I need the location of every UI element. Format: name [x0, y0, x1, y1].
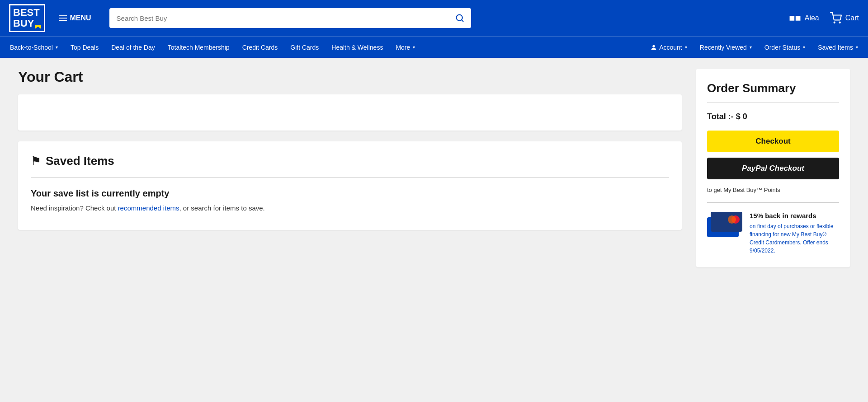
- chevron-down-icon-account: ▾: [685, 45, 687, 50]
- nav-label-order-status: Order Status: [764, 44, 800, 51]
- logo-tag: [35, 25, 41, 29]
- nav-item-deal-of-the-day[interactable]: Deal of the Day: [105, 37, 161, 58]
- nav-separator: [421, 37, 644, 58]
- svg-point-4: [653, 45, 655, 47]
- recommended-items-link[interactable]: recommended items: [118, 204, 179, 212]
- logo-box: BESTBUY: [9, 4, 45, 32]
- credit-card-promo: 15% back in rewards on first day of purc…: [707, 212, 839, 255]
- search-input[interactable]: [109, 8, 471, 28]
- bookmark-icon: ⚑: [31, 154, 41, 168]
- cart-title: Your Cart: [18, 69, 682, 85]
- search-icon: [455, 14, 464, 23]
- order-summary-divider2: [707, 202, 839, 203]
- header: BESTBUY MENU ■■ Aiea Cart: [0, 0, 868, 36]
- cart-label: Cart: [845, 14, 859, 22]
- empty-save-text-before: Need inspiration? Check out: [31, 204, 118, 212]
- nav-item-more[interactable]: More ▾: [389, 37, 421, 58]
- search-container: [109, 8, 471, 28]
- header-right: ■■ Aiea Cart: [789, 12, 859, 24]
- promo-headline: 15% back in rewards: [750, 212, 839, 220]
- main-container: Your Cart ⚑ Saved Items Your save list i…: [0, 58, 868, 402]
- store-icon: ■■: [789, 12, 801, 24]
- order-summary: Order Summary Total :- $ 0 Checkout PayP…: [696, 69, 850, 267]
- nav-item-totaltech[interactable]: Totaltech Membership: [161, 37, 236, 58]
- chevron-down-icon-order-status: ▾: [803, 45, 805, 50]
- cart-empty-box: [18, 94, 682, 131]
- chevron-down-icon-recently-viewed: ▾: [750, 45, 752, 50]
- points-text: to get My Best Buy™ Points: [707, 187, 839, 193]
- nav-label-back-to-school: Back-to-School: [10, 44, 53, 51]
- nav-item-order-status[interactable]: Order Status ▾: [758, 37, 811, 58]
- cart-area: Your Cart ⚑ Saved Items Your save list i…: [18, 69, 682, 391]
- nav-label-recently-viewed: Recently Viewed: [700, 44, 747, 51]
- nav-item-top-deals[interactable]: Top Deals: [64, 37, 105, 58]
- nav-label-top-deals: Top Deals: [71, 44, 99, 51]
- nav-label-gift-cards: Gift Cards: [290, 44, 319, 51]
- saved-items-divider: [31, 177, 669, 178]
- nav-label-saved-items: Saved Items: [818, 44, 853, 51]
- nav-item-account[interactable]: Account ▾: [644, 37, 693, 58]
- menu-button[interactable]: MENU: [59, 14, 91, 22]
- nav-label-totaltech: Totaltech Membership: [168, 44, 230, 51]
- navbar: Back-to-School ▾ Top Deals Deal of the D…: [0, 36, 868, 58]
- nav-label-account: Account: [659, 44, 682, 51]
- store-button[interactable]: ■■ Aiea: [789, 12, 819, 24]
- empty-save-text: Need inspiration? Check out recommended …: [31, 203, 669, 214]
- cc-front-card: [711, 212, 742, 232]
- chevron-down-icon-saved-items: ▾: [856, 45, 858, 50]
- empty-save-text-after: , or search for items to save.: [179, 204, 265, 212]
- promo-text-container: 15% back in rewards on first day of purc…: [750, 212, 839, 255]
- nav-item-gift-cards[interactable]: Gift Cards: [284, 37, 325, 58]
- nav-label-credit-cards: Credit Cards: [242, 44, 278, 51]
- svg-point-3: [839, 22, 840, 23]
- nav-item-credit-cards[interactable]: Credit Cards: [236, 37, 284, 58]
- logo-text: BESTBUY: [13, 7, 41, 29]
- promo-subtext: on first day of purchases or flexible fi…: [750, 222, 839, 255]
- saved-items-header: ⚑ Saved Items: [31, 154, 669, 168]
- account-icon: [650, 44, 657, 51]
- svg-point-2: [834, 22, 835, 23]
- nav-item-health-wellness[interactable]: Health & Wellness: [325, 37, 389, 58]
- search-button[interactable]: [448, 8, 471, 28]
- nav-label-health-wellness: Health & Wellness: [331, 44, 383, 51]
- paypal-checkout-button[interactable]: PayPal Checkout: [707, 158, 839, 179]
- menu-label: MENU: [70, 14, 91, 22]
- cart-icon: [830, 12, 842, 24]
- chevron-down-icon: ▾: [56, 45, 58, 50]
- logo[interactable]: BESTBUY: [9, 4, 45, 32]
- store-label: Aiea: [805, 14, 819, 22]
- credit-card-image: [707, 212, 743, 243]
- order-total: Total :- $ 0: [707, 112, 839, 122]
- empty-save-title: Your save list is currently empty: [31, 188, 669, 199]
- nav-item-recently-viewed[interactable]: Recently Viewed ▾: [693, 37, 758, 58]
- saved-items-title: Saved Items: [46, 154, 114, 168]
- checkout-button[interactable]: Checkout: [707, 131, 839, 152]
- hamburger-icon: [59, 15, 67, 21]
- nav-item-back-to-school[interactable]: Back-to-School ▾: [4, 37, 64, 58]
- chevron-down-icon-more: ▾: [413, 45, 415, 50]
- order-summary-divider: [707, 103, 839, 103]
- nav-label-deal-of-the-day: Deal of the Day: [111, 44, 155, 51]
- nav-label-more: More: [396, 44, 410, 51]
- saved-items-box: ⚑ Saved Items Your save list is currentl…: [18, 141, 682, 230]
- order-summary-title: Order Summary: [707, 81, 839, 95]
- svg-line-1: [461, 20, 463, 22]
- cart-button[interactable]: Cart: [830, 12, 859, 24]
- nav-item-saved-items[interactable]: Saved Items ▾: [811, 37, 864, 58]
